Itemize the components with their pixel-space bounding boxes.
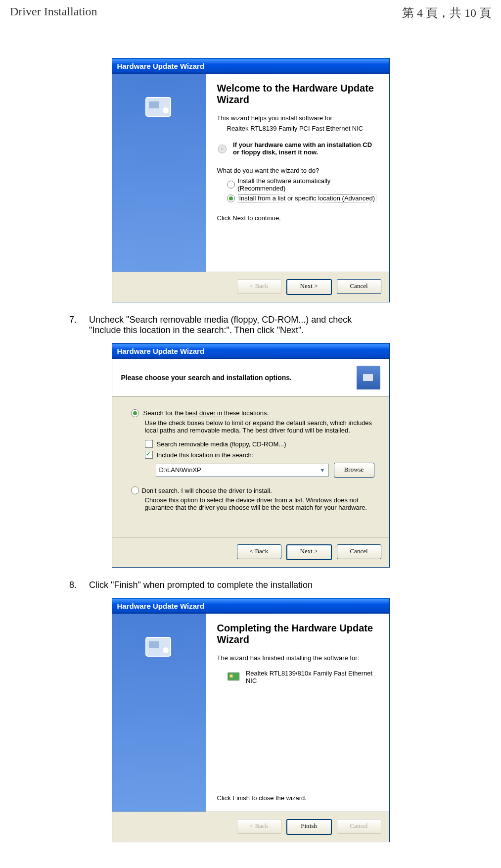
- radio-search-label: Search for the best driver in these loca…: [142, 409, 271, 417]
- titlebar: Hardware Update Wizard: [112, 598, 389, 614]
- hardware-icon: [357, 366, 380, 389]
- svg-rect-10: [229, 675, 232, 677]
- wizard-title: Welcome to the Hardware Update Wizard: [217, 83, 378, 105]
- step-number: 7.: [69, 315, 89, 336]
- svg-point-4: [221, 148, 223, 150]
- nosearch-desc: Choose this option to select the device …: [145, 496, 374, 511]
- checkbox-location-label: Include this location in the search:: [157, 451, 254, 459]
- next-button[interactable]: Next >: [286, 279, 332, 295]
- back-button[interactable]: < Back: [237, 544, 281, 559]
- radio-advanced-label: Install from a list or specific location…: [238, 194, 377, 202]
- next-button[interactable]: Next >: [286, 544, 332, 560]
- back-button: < Back: [237, 279, 281, 294]
- step-text: Uncheck "Search removable media (floppy,…: [89, 315, 386, 336]
- device-name: Realtek RTL8139 Family PCI Fast Ethernet…: [227, 125, 378, 132]
- cd-icon: [217, 141, 228, 157]
- chevron-down-icon[interactable]: ▼: [320, 464, 325, 476]
- cancel-button[interactable]: Cancel: [337, 544, 381, 559]
- cd-instruction: If your hardware came with an installati…: [233, 141, 378, 156]
- browse-button[interactable]: Browse: [334, 463, 374, 478]
- wizard-sidebar: [112, 614, 206, 812]
- wizard-title: Completing the Hardware Update Wizard: [217, 623, 378, 645]
- radio-auto-label: Install the software automatically (Reco…: [238, 177, 378, 192]
- svg-point-8: [163, 647, 169, 653]
- svg-rect-9: [228, 673, 239, 680]
- checkbox-removable[interactable]: [145, 440, 153, 448]
- wizard-complete: Hardware Update Wizard Completing the Ha…: [112, 598, 390, 842]
- step-text: Click "Finish" when prompted to complete…: [89, 580, 313, 590]
- titlebar: Hardware Update Wizard: [112, 58, 389, 74]
- network-card-icon: [227, 671, 241, 683]
- radio-search[interactable]: [131, 409, 139, 417]
- wizard-subtitle: Please choose your search and installati…: [121, 374, 292, 382]
- continue-text: Click Next to continue.: [217, 214, 378, 222]
- done-text: The wizard has finished installing the s…: [217, 654, 378, 662]
- help-text: This wizard helps you install software f…: [217, 114, 378, 122]
- radio-auto[interactable]: [227, 181, 235, 189]
- page-title: Driver Installation: [10, 5, 97, 21]
- checkbox-location[interactable]: [145, 451, 153, 459]
- device-name: Realtek RTL8139/810x Family Fast Etherne…: [246, 670, 378, 684]
- step-number: 8.: [69, 580, 89, 590]
- svg-point-2: [163, 107, 169, 113]
- checkbox-removable-label: Search removable media (floppy, CD-ROM..…: [157, 440, 286, 448]
- search-desc: Use the check boxes below to limit or ex…: [145, 419, 374, 434]
- titlebar: Hardware Update Wizard: [112, 343, 389, 359]
- wizard-welcome: Hardware Update Wizard Welcome to the Ha…: [112, 58, 390, 302]
- wizard-search-options: Hardware Update Wizard Please choose you…: [112, 343, 390, 568]
- prompt: What do you want the wizard to do?: [217, 167, 378, 174]
- radio-nosearch-label: Don't search. I will choose the driver t…: [142, 487, 272, 494]
- svg-rect-1: [149, 101, 159, 108]
- svg-rect-7: [149, 641, 159, 648]
- finish-button[interactable]: Finish: [286, 819, 332, 835]
- radio-advanced[interactable]: [227, 194, 235, 202]
- cancel-button[interactable]: Cancel: [337, 279, 381, 294]
- path-input[interactable]: D:\LAN\WinXP▼: [156, 464, 329, 477]
- radio-nosearch[interactable]: [131, 486, 139, 494]
- hardware-icon: [142, 628, 177, 663]
- hardware-icon: [142, 89, 177, 123]
- wizard-sidebar: [112, 74, 206, 272]
- back-button: < Back: [237, 819, 281, 834]
- svg-rect-5: [363, 374, 373, 381]
- cancel-button: Cancel: [337, 819, 381, 834]
- page-number: 第 4 頁，共 10 頁: [402, 5, 491, 21]
- close-text: Click Finish to close the wizard.: [217, 794, 378, 802]
